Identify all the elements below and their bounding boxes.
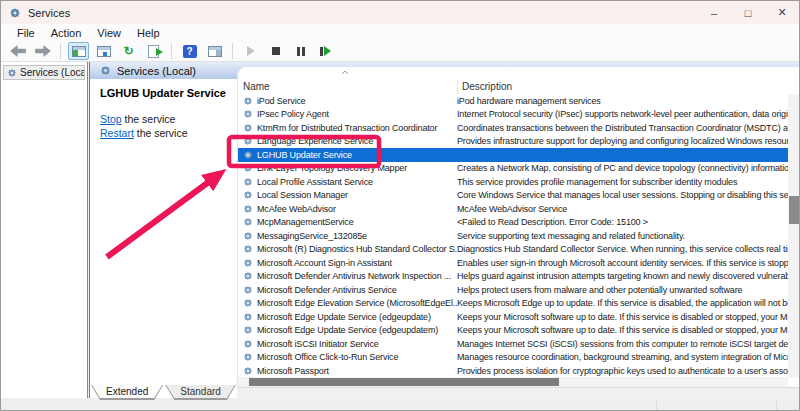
table-row[interactable]: Microsoft Edge Update Service (edgeupdat… [238,310,788,324]
close-button[interactable]: ✕ [765,1,799,24]
tab-extended[interactable]: Extended [91,385,163,400]
table-row[interactable]: iPod Service iPod hardware management se… [238,94,788,108]
extended-side-pane: LGHUB Updater Service Stop the service R… [90,79,237,387]
service-name: Microsoft Edge Update Service (edgeupdat… [257,325,438,335]
service-description: Provides infrastructure support for depl… [457,136,788,146]
table-row[interactable]: Microsoft Defender Antivirus Network Ins… [238,270,788,284]
service-gear-icon [243,352,253,362]
service-name: Microsoft Account Sign-in Assistant [257,258,392,268]
service-gear-icon [243,312,253,322]
table-row[interactable]: Local Profile Assistant Service This ser… [238,175,788,189]
stop-service-link[interactable]: Stop [100,113,122,125]
table-row[interactable]: MessagingService_132085e Service support… [238,229,788,243]
console-tree: Services (Local) [1,62,88,398]
service-name: Microsoft iSCSI Initiator Service [257,339,379,349]
restart-service-icon[interactable] [315,42,336,60]
menu-action[interactable]: Action [43,26,90,40]
table-row[interactable]: Microsoft Account Sign-in Assistant Enab… [238,256,788,270]
service-gear-icon [243,258,253,268]
service-gear-icon [243,96,253,106]
back-icon[interactable] [7,42,28,60]
service-gear-icon [243,339,253,349]
table-row[interactable]: Microsoft (R) Diagnostics Hub Standard C… [238,243,788,257]
toolbar-separator [171,43,172,59]
service-description: Coordinates transactions between the Dis… [457,123,788,133]
service-name: MessagingService_132085e [257,231,367,241]
column-header-name[interactable]: Name [243,81,270,92]
horizontal-scrollbar[interactable] [238,377,788,387]
service-gear-icon [243,271,253,281]
selected-service-title: LGHUB Updater Service [100,87,237,99]
service-name: McAfee WebAdvisor [257,204,336,214]
service-gear-icon [243,123,253,133]
vertical-scrollbar[interactable] [788,94,800,378]
services-app-icon [9,7,21,19]
column-headers: Name Description [238,67,800,94]
table-row[interactable]: Microsoft Defender Antivirus Service Hel… [238,283,788,297]
restart-service-line: Restart the service [100,127,237,139]
maximize-button[interactable]: □ [731,1,765,24]
horizontal-scrollbar-thumb[interactable] [249,378,559,386]
service-description: Creates a Network Map, consisting of PC … [457,163,788,173]
show-console-tree-icon[interactable] [68,42,89,60]
table-row[interactable]: Link-Layer Topology Discovery Mapper Cre… [238,162,788,176]
list-footer-strip [237,387,800,398]
service-gear-icon [243,190,253,200]
menu-view[interactable]: View [89,26,129,40]
panel-header-title: Services (Local) [117,65,196,77]
sort-caret-icon [341,70,349,75]
service-description: Helps protect users from malware and oth… [457,285,788,295]
table-row[interactable]: Microsoft Office Click-to-Run Service Ma… [238,351,788,365]
table-row[interactable]: Microsoft Edge Elevation Service (Micros… [238,297,788,311]
service-gear-icon [243,177,253,187]
main-panel: Services (Local) LGHUB Updater Service S… [89,62,800,398]
menu-help[interactable]: Help [129,26,168,40]
menu-file[interactable]: File [9,26,43,40]
pause-service-icon[interactable] [290,42,311,60]
start-service-icon[interactable] [240,42,261,60]
window-title: Services [28,7,70,19]
stop-service-icon[interactable] [265,42,286,60]
service-name: Microsoft Edge Elevation Service (Micros… [257,298,457,308]
table-row[interactable]: Local Session Manager Core Windows Servi… [238,189,788,203]
export-list-icon[interactable] [143,42,164,60]
restart-service-link[interactable]: Restart [100,127,134,139]
show-action-pane-icon[interactable] [204,42,225,60]
services-node-icon [7,68,17,78]
table-row[interactable]: McAfee WebAdvisor McAfee WebAdvisor Serv… [238,202,788,216]
service-rows: iPod Service iPod hardware management se… [238,94,788,378]
help-icon[interactable]: ? [179,42,200,60]
service-gear-icon [243,285,253,295]
status-separator [776,400,777,410]
service-gear-icon [243,150,253,160]
service-name: Microsoft Edge Update Service (edgeupdat… [257,312,431,322]
column-header-description[interactable]: Description [462,81,512,92]
column-divider[interactable] [457,79,458,94]
properties-window-icon[interactable] [93,42,114,60]
service-name: Language Experience Service [257,136,373,146]
table-row[interactable]: LGHUB Updater Service [238,148,788,162]
vertical-scrollbar-thumb[interactable] [789,196,800,224]
service-description: Internet Protocol security (IPsec) suppo… [457,109,788,119]
services-list: Name Description iPod Service iPod hardw… [237,67,800,387]
service-gear-icon [243,217,253,227]
service-name: McpManagementService [257,217,354,227]
table-row[interactable]: Microsoft Edge Update Service (edgeupdat… [238,324,788,338]
forward-icon[interactable] [32,42,53,60]
stop-service-line: Stop the service [100,113,237,125]
table-row[interactable]: KtmRm for Distributed Transaction Coordi… [238,121,788,135]
service-description: Core Windows Service that manages local … [457,190,788,200]
view-tabs: Extended Standard [91,385,238,400]
tab-standard[interactable]: Standard [165,385,236,400]
table-row[interactable]: Microsoft Passport Provides process isol… [238,364,788,378]
minimize-button[interactable]: – [697,1,731,24]
service-gear-icon [243,244,253,254]
refresh-icon[interactable]: ↻ [118,42,139,60]
table-row[interactable]: Language Experience Service Provides inf… [238,135,788,149]
service-description: <Failed to Read Description. Error Code:… [457,217,788,227]
table-row[interactable]: McpManagementService <Failed to Read Des… [238,216,788,230]
table-row[interactable]: IPsec Policy Agent Internet Protocol sec… [238,108,788,122]
table-row[interactable]: Microsoft iSCSI Initiator Service Manage… [238,337,788,351]
service-name: Link-Layer Topology Discovery Mapper [257,163,407,173]
tree-item-services-local[interactable]: Services (Local) [3,65,85,80]
